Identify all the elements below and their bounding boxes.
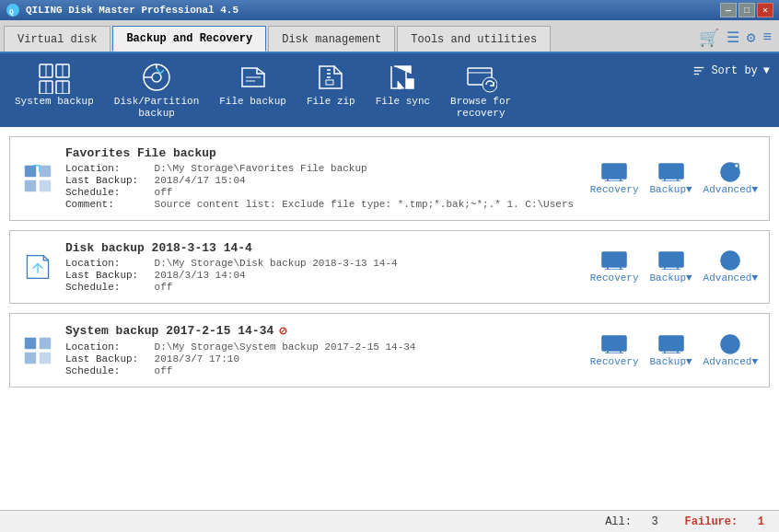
cart-icon[interactable]: 🛒 [699, 28, 719, 48]
backup-item-info-2: Disk backup 2018-3-13 14-4 Location: D:\… [65, 241, 579, 294]
backup-button-1[interactable]: Backup▼ [648, 162, 694, 195]
backup-location-row: Location: D:\My Storage\Favorites File b… [65, 163, 579, 174]
recovery-icon-1 [601, 162, 627, 182]
svg-rect-28 [25, 180, 36, 191]
backup-icon-3 [658, 334, 684, 354]
svg-rect-26 [25, 166, 36, 177]
toolbar-file-backup[interactable]: File backup [214, 59, 292, 121]
svg-rect-42 [659, 252, 683, 267]
advanced-button-3[interactable]: Advanced▼ [703, 334, 758, 367]
backup-item-actions-3: Recovery Backup▼ [590, 334, 758, 367]
tab-backup-recovery[interactable]: Backup and Recovery [112, 26, 266, 52]
svg-rect-30 [602, 164, 626, 179]
tab-virtual-disk[interactable]: Virtual disk [4, 26, 110, 52]
backup-item-info-3: System backup 2017-2-15 14-34 ⊘ Location… [65, 323, 579, 377]
sort-by-button[interactable]: Sort by ▼ [692, 64, 770, 77]
sort-chevron-icon: ▼ [763, 64, 770, 77]
svg-rect-52 [40, 337, 51, 348]
svg-rect-29 [40, 180, 51, 191]
status-failure: Failure: 1 [685, 515, 764, 528]
svg-rect-51 [25, 337, 36, 348]
backup-lastbackup-row-2: Last Backup: 2018/3/13 14:04 [65, 270, 579, 281]
svg-point-46 [727, 258, 733, 263]
svg-rect-53 [25, 352, 36, 363]
window-controls: — □ ✕ [720, 3, 773, 17]
minimize-button[interactable]: — [720, 3, 737, 17]
svg-point-62 [727, 341, 733, 347]
toolbar-disk-partition-backup[interactable]: Disk/Partition backup [109, 59, 204, 121]
browse-recovery-icon [464, 61, 497, 94]
backup-item: Favorites File backup Location: D:\My St… [9, 136, 770, 221]
advanced-icon-2 [717, 250, 743, 271]
disk-partition-icon [140, 61, 173, 94]
backup-item: Disk backup 2018-3-13 14-4 Location: D:\… [9, 230, 770, 304]
svg-rect-33 [659, 164, 683, 179]
recovery-icon-2 [601, 250, 627, 271]
settings-icon[interactable]: ⚙ [747, 29, 756, 47]
backup-icon-1 [658, 162, 684, 182]
tab-disk-management[interactable]: Disk management [268, 26, 395, 52]
svg-rect-55 [602, 336, 626, 351]
status-bar: All: 3 Failure: 1 [0, 510, 779, 532]
advanced-icon-3 [717, 334, 743, 354]
backup-item-info: Favorites File backup Location: D:\My St… [65, 146, 579, 211]
toolbar-system-backup[interactable]: System backup [9, 59, 99, 121]
svg-rect-27 [40, 166, 51, 177]
toolbar: System backup Disk/Partition backup [0, 53, 779, 127]
status-all: All: 3 [605, 515, 658, 528]
svg-rect-58 [659, 336, 683, 351]
list-icon[interactable]: ☰ [727, 29, 739, 47]
backup-item-title: Favorites File backup [65, 146, 579, 160]
backup-item-icon-system [21, 334, 54, 367]
backup-item-icon-disk [21, 250, 54, 283]
backup-lastbackup-row-3: Last Backup: 2018/3/7 17:10 [65, 353, 579, 364]
backup-lastbackup-row: Last Backup: 2018/4/17 15:04 [65, 175, 579, 186]
app-icon: Q [6, 3, 20, 17]
main-window: Virtual disk Backup and Recovery Disk ma… [0, 20, 779, 532]
maximize-button[interactable]: □ [738, 3, 755, 17]
system-backup-icon [38, 61, 71, 94]
svg-rect-54 [40, 352, 51, 363]
advanced-button-2[interactable]: Advanced▼ [703, 250, 758, 283]
file-backup-icon [237, 61, 270, 94]
backup-schedule-row-3: Schedule: off [65, 365, 579, 376]
toolbar-file-sync[interactable]: File sync [370, 59, 436, 121]
svg-rect-19 [326, 80, 333, 85]
app-title: QILING Disk Master Professional 4.5 [26, 5, 238, 16]
backup-schedule-row-2: Schedule: off [65, 282, 579, 293]
file-sync-icon [386, 61, 419, 94]
backup-item: System backup 2017-2-15 14-34 ⊘ Location… [9, 313, 770, 387]
file-zip-icon [314, 61, 347, 94]
backup-location-row-2: Location: D:\My Storage\Disk backup 2018… [65, 258, 579, 269]
toolbar-file-zip[interactable]: File zip [301, 59, 361, 121]
close-button[interactable]: ✕ [757, 3, 773, 17]
backup-item-actions-2: Recovery Backup▼ [590, 250, 758, 283]
toolbar-items: System backup Disk/Partition backup [9, 59, 692, 121]
svg-rect-39 [602, 252, 626, 267]
title-bar: Q QILING Disk Master Professional 4.5 — … [0, 0, 779, 20]
tab-tools-utilities[interactable]: Tools and utilities [397, 26, 551, 52]
backup-item-actions: Recovery Backup▼ [590, 162, 758, 195]
svg-point-22 [483, 77, 497, 92]
advanced-icon-1 [717, 162, 743, 182]
menu-icon[interactable]: ≡ [762, 29, 772, 46]
warning-icon: ⊘ [279, 323, 286, 339]
recovery-button-2[interactable]: Recovery [590, 250, 639, 283]
backup-schedule-row: Schedule: off [65, 187, 579, 198]
svg-text:Q: Q [9, 7, 14, 16]
backup-item-title-3: System backup 2017-2-15 14-34 ⊘ [65, 323, 579, 339]
recovery-button-3[interactable]: Recovery [590, 334, 639, 367]
backup-comment-row: Comment: Source content list: Exclude fi… [65, 199, 579, 210]
backup-item-icon-file [21, 162, 54, 195]
backup-button-2[interactable]: Backup▼ [648, 250, 694, 283]
advanced-button-1[interactable]: Advanced▼ [703, 162, 758, 195]
tab-bar: Virtual disk Backup and Recovery Disk ma… [0, 20, 779, 53]
backup-icon-2 [658, 250, 684, 271]
content-area[interactable]: Favorites File backup Location: D:\My St… [0, 127, 779, 510]
toolbar-browse-recovery[interactable]: Browse for recovery [445, 59, 517, 121]
backup-button-3[interactable]: Backup▼ [648, 334, 694, 367]
recovery-button-1[interactable]: Recovery [590, 162, 639, 195]
backup-location-row-3: Location: D:\My Storage\System backup 20… [65, 341, 579, 353]
backup-item-title-2: Disk backup 2018-3-13 14-4 [65, 241, 579, 255]
recovery-icon-3 [601, 334, 627, 354]
